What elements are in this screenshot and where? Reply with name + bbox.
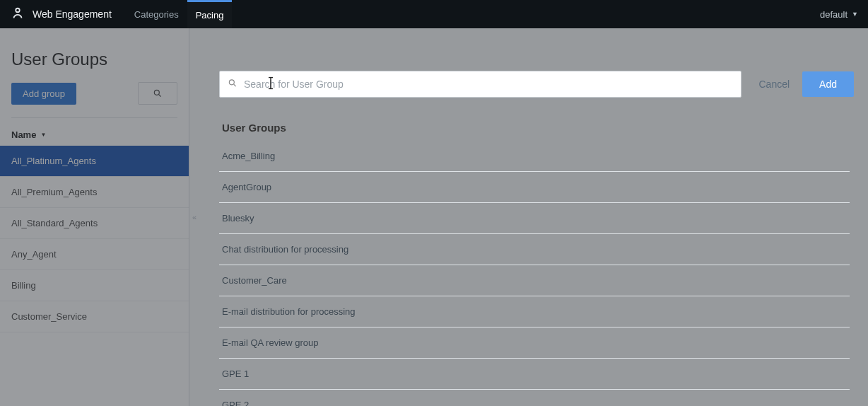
- result-label: AgentGroup: [222, 182, 271, 192]
- top-navbar: Web Engagement Categories Pacing default…: [0, 0, 868, 28]
- result-label: E-mail QA review group: [222, 337, 319, 348]
- nav-tab-label: Categories: [134, 9, 179, 20]
- main-area: User Groups Add group Name ▼ All_Platinu…: [0, 28, 868, 406]
- result-item[interactable]: AgentGroup: [219, 172, 850, 203]
- result-label: Acme_Billing: [222, 151, 275, 161]
- result-item[interactable]: E-mail distribution for processing: [219, 296, 850, 327]
- nav-left: Web Engagement Categories Pacing: [10, 0, 232, 28]
- search-field-wrap: [219, 71, 741, 98]
- svg-point-0: [16, 8, 20, 13]
- user-group-picker-modal: Cancel Add User Groups Acme_Billing Agen…: [219, 71, 854, 406]
- nav-tabs: Categories Pacing: [126, 0, 233, 28]
- add-button[interactable]: Add: [802, 71, 854, 97]
- result-label: Customer_Care: [222, 275, 287, 286]
- nav-tab-categories[interactable]: Categories: [126, 0, 187, 28]
- genesys-logo-icon: [10, 6, 25, 22]
- result-item[interactable]: GPE 1: [219, 359, 850, 390]
- nav-tab-label: Pacing: [196, 10, 224, 21]
- tenant-label: default: [820, 9, 848, 20]
- modal-actions: Cancel Add: [751, 71, 854, 97]
- brand-name: Web Engagement: [33, 8, 112, 20]
- nav-tab-pacing[interactable]: Pacing: [187, 0, 233, 28]
- result-item[interactable]: Customer_Care: [219, 265, 850, 296]
- result-label: Chat distribution for processing: [222, 244, 348, 255]
- result-item[interactable]: Chat distribution for processing: [219, 234, 850, 265]
- result-item[interactable]: E-mail QA review group: [219, 327, 850, 359]
- modal-header: Cancel Add: [219, 71, 854, 98]
- results-section-title: User Groups: [219, 122, 854, 141]
- caret-down-icon: ▼: [852, 11, 858, 18]
- result-label: E-mail distribution for processing: [222, 306, 356, 317]
- result-label: GPE 2: [222, 400, 249, 406]
- modal-body: User Groups Acme_Billing AgentGroup Blue…: [219, 122, 854, 406]
- result-item[interactable]: GPE 2: [219, 390, 850, 406]
- svg-line-4: [234, 84, 236, 86]
- tenant-picker[interactable]: default ▼: [820, 9, 858, 20]
- app-root: Web Engagement Categories Pacing default…: [0, 0, 868, 406]
- search-input[interactable]: [219, 71, 741, 98]
- cancel-button[interactable]: Cancel: [751, 73, 797, 95]
- result-label: GPE 1: [222, 369, 249, 379]
- result-label: Bluesky: [222, 213, 254, 224]
- results-list[interactable]: Acme_Billing AgentGroup Bluesky Chat dis…: [219, 141, 854, 406]
- result-item[interactable]: Bluesky: [219, 203, 850, 234]
- svg-point-3: [229, 80, 234, 85]
- result-item[interactable]: Acme_Billing: [219, 141, 850, 172]
- brand-logo[interactable]: Web Engagement: [10, 6, 112, 22]
- search-icon: [228, 79, 237, 91]
